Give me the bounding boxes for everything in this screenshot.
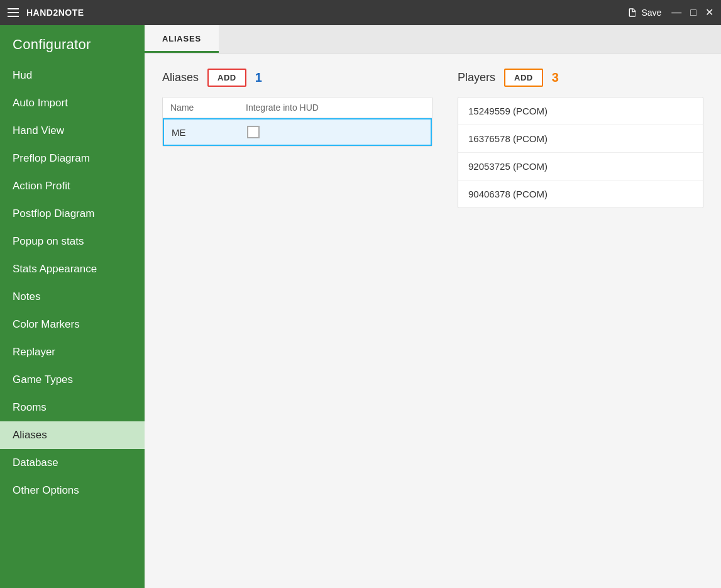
sidebar-item-color-markers[interactable]: Color Markers xyxy=(0,311,145,338)
tab-aliases[interactable]: ALIASES xyxy=(145,25,219,53)
maximize-button[interactable]: □ xyxy=(690,8,696,18)
window-controls: — □ ✕ xyxy=(671,8,713,18)
sidebar-item-hand-view[interactable]: Hand View xyxy=(0,117,145,145)
aliases-add-button[interactable]: ADD xyxy=(207,69,246,87)
players-add-button[interactable]: ADD xyxy=(504,69,543,87)
aliases-title: Aliases xyxy=(162,71,199,84)
sidebar: Configurator Hud Auto Import Hand View P… xyxy=(0,25,145,588)
content-body: Aliases ADD 1 Name Integrate into HUD ME xyxy=(145,53,721,588)
aliases-table-header: Name Integrate into HUD xyxy=(163,97,432,118)
alias-name: ME xyxy=(172,127,247,138)
aliases-header: Aliases ADD 1 xyxy=(162,69,432,87)
players-list: 15249559 (PCOM) 16376578 (PCOM) 92053725… xyxy=(458,97,703,208)
titlebar-actions: Save — □ ✕ xyxy=(627,8,713,18)
sidebar-item-postflop-diagram[interactable]: Postflop Diagram xyxy=(0,200,145,228)
titlebar: HAND2NOTE Save — □ ✕ xyxy=(0,0,721,25)
sidebar-item-auto-import[interactable]: Auto Import xyxy=(0,89,145,117)
players-panel: Players ADD 3 15249559 (PCOM) 16376578 (… xyxy=(458,69,703,573)
col-integrate-header: Integrate into HUD xyxy=(246,103,424,113)
sidebar-item-popup-on-stats[interactable]: Popup on stats xyxy=(0,228,145,255)
aliases-panel: Aliases ADD 1 Name Integrate into HUD ME xyxy=(162,69,432,573)
aliases-table: Name Integrate into HUD ME xyxy=(162,97,432,147)
player-item[interactable]: 15249559 (PCOM) xyxy=(458,97,703,125)
save-button[interactable]: Save xyxy=(627,8,661,18)
minimize-button[interactable]: — xyxy=(671,8,681,18)
sidebar-item-notes[interactable]: Notes xyxy=(0,283,145,311)
sidebar-item-action-profit[interactable]: Action Profit xyxy=(0,172,145,200)
content-area: ALIASES Aliases ADD 1 Name Integrate int… xyxy=(145,25,721,588)
tab-bar: ALIASES xyxy=(145,25,721,53)
save-icon xyxy=(627,8,637,18)
aliases-count: 1 xyxy=(255,70,262,85)
sidebar-item-game-types[interactable]: Game Types xyxy=(0,366,145,394)
players-title: Players xyxy=(458,71,495,84)
app-name: HAND2NOTE xyxy=(26,8,620,18)
aliases-table-row[interactable]: ME xyxy=(163,118,432,146)
player-item[interactable]: 92053725 (PCOM) xyxy=(458,153,703,180)
sidebar-title: Configurator xyxy=(0,25,145,62)
sidebar-item-hud[interactable]: Hud xyxy=(0,62,145,89)
menu-button[interactable] xyxy=(8,8,19,17)
players-count: 3 xyxy=(552,70,559,85)
players-header: Players ADD 3 xyxy=(458,69,703,87)
sidebar-item-preflop-diagram[interactable]: Preflop Diagram xyxy=(0,145,145,172)
close-button[interactable]: ✕ xyxy=(705,8,713,18)
main-layout: Configurator Hud Auto Import Hand View P… xyxy=(0,25,721,588)
alias-integrate-checkbox[interactable] xyxy=(247,126,260,138)
sidebar-item-other-options[interactable]: Other Options xyxy=(0,477,145,504)
sidebar-item-database[interactable]: Database xyxy=(0,449,145,477)
sidebar-item-stats-appearance[interactable]: Stats Appearance xyxy=(0,255,145,283)
player-item[interactable]: 90406378 (PCOM) xyxy=(458,180,703,208)
sidebar-item-aliases[interactable]: Aliases xyxy=(0,421,145,449)
sidebar-item-rooms[interactable]: Rooms xyxy=(0,394,145,421)
col-name-header: Name xyxy=(170,103,246,113)
sidebar-item-replayer[interactable]: Replayer xyxy=(0,338,145,366)
player-item[interactable]: 16376578 (PCOM) xyxy=(458,125,703,153)
